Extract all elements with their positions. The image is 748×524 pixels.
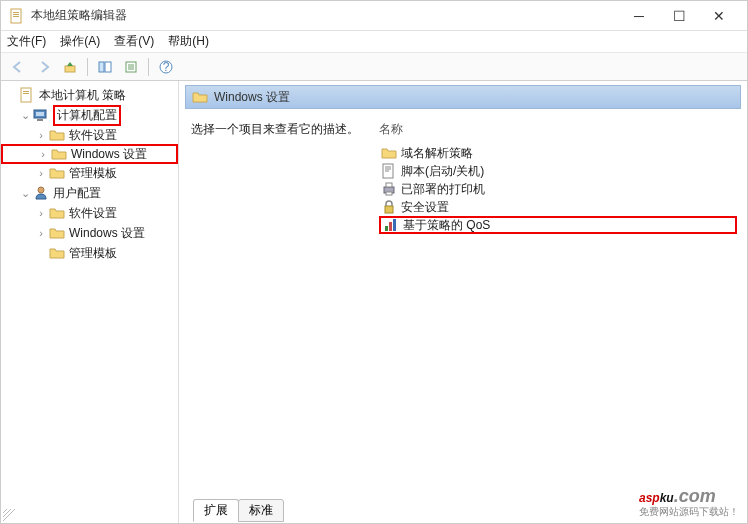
toolbar-separator [148,58,149,76]
forward-button[interactable] [33,56,55,78]
tree-label: Windows 设置 [71,146,147,163]
chart-icon [383,217,399,233]
item-printers[interactable]: 已部署的打印机 [379,180,737,198]
tree-admin-templates[interactable]: › 管理模板 [1,163,178,183]
item-scripts[interactable]: 脚本(启动/关机) [379,162,737,180]
details-header: Windows 设置 [185,85,741,109]
menu-action[interactable]: 操作(A) [60,33,100,50]
policy-icon [19,87,35,103]
close-button[interactable]: ✕ [699,2,739,30]
window-title: 本地组策略编辑器 [31,7,619,24]
watermark-c: .com [674,486,716,506]
tree-label: 用户配置 [53,185,101,202]
computer-icon [33,107,49,123]
tree-user-software-settings[interactable]: › 软件设置 [1,203,178,223]
tree-computer-config[interactable]: ⌄ 计算机配置 [1,105,178,125]
collapse-icon[interactable]: ⌄ [19,187,31,200]
folder-icon [51,146,67,162]
item-label: 域名解析策略 [401,145,473,162]
tree-software-settings[interactable]: › 软件设置 [1,125,178,145]
resize-grip-icon [1,507,17,523]
svg-rect-6 [105,62,111,72]
menu-bar: 文件(F) 操作(A) 查看(V) 帮助(H) [1,31,747,53]
toolbar: ? [1,53,747,81]
svg-rect-19 [386,183,392,187]
folder-icon [49,127,65,143]
maximize-button[interactable]: ☐ [659,2,699,30]
tree-label: 软件设置 [69,205,117,222]
user-icon [33,185,49,201]
description-prompt: 选择一个项目来查看它的描述。 [191,121,369,138]
menu-view[interactable]: 查看(V) [114,33,154,50]
tree-label: 管理模板 [69,245,117,262]
item-label: 脚本(启动/关机) [401,163,484,180]
title-bar: 本地组策略编辑器 ─ ☐ ✕ [1,1,747,31]
svg-rect-2 [13,14,19,15]
back-button[interactable] [7,56,29,78]
svg-rect-5 [99,62,104,72]
tree-user-config[interactable]: ⌄ 用户配置 [1,183,178,203]
expand-icon[interactable]: › [35,167,47,179]
svg-rect-12 [23,93,29,94]
svg-rect-4 [65,66,75,72]
tree-label: 软件设置 [69,127,117,144]
navigation-tree[interactable]: 本地计算机 策略 ⌄ 计算机配置 › 软件设置 › Windows 设置 › 管… [1,81,179,523]
watermark-a: asp [639,491,660,505]
svg-rect-14 [36,112,44,116]
tab-standard[interactable]: 标准 [238,499,284,522]
tab-extended[interactable]: 扩展 [193,499,239,522]
tree-label: 计算机配置 [53,105,121,126]
svg-point-16 [38,187,44,193]
folder-icon [49,205,65,221]
expand-icon[interactable]: › [35,207,47,219]
svg-rect-22 [385,226,388,231]
folder-icon [381,145,397,161]
svg-rect-15 [37,119,43,121]
watermark-b: ku [660,491,674,505]
items-column: 名称 域名解析策略 脚本(启动/关机) 已部署的打印机 安全设置 [375,117,741,495]
svg-rect-23 [389,222,392,231]
svg-rect-20 [386,192,392,195]
column-header-name[interactable]: 名称 [379,121,737,138]
item-label: 已部署的打印机 [401,181,485,198]
app-icon [9,8,25,24]
expand-icon[interactable]: › [37,148,49,160]
expand-icon[interactable]: › [35,227,47,239]
minimize-button[interactable]: ─ [619,2,659,30]
folder-icon [49,165,65,181]
svg-rect-24 [393,219,396,231]
up-button[interactable] [59,56,81,78]
details-title: Windows 设置 [214,89,290,106]
item-dns-policy[interactable]: 域名解析策略 [379,144,737,162]
description-column: 选择一个项目来查看它的描述。 [185,117,375,495]
help-button[interactable]: ? [155,56,177,78]
export-list-button[interactable] [120,56,142,78]
tree-label: 管理模板 [69,165,117,182]
toolbar-separator [87,58,88,76]
watermark: aspku.com 免费网站源码下载站！ [639,478,739,519]
tree-windows-settings[interactable]: › Windows 设置 [1,144,178,164]
tree-label: Windows 设置 [69,225,145,242]
tree-label: 本地计算机 策略 [39,87,126,104]
script-icon [381,163,397,179]
show-hide-tree-button[interactable] [94,56,116,78]
folder-icon [192,89,208,105]
tree-root[interactable]: 本地计算机 策略 [1,85,178,105]
menu-file[interactable]: 文件(F) [7,33,46,50]
svg-rect-10 [21,88,31,102]
item-label: 基于策略的 QoS [403,217,490,234]
svg-rect-11 [23,91,29,92]
menu-help[interactable]: 帮助(H) [168,33,209,50]
item-security[interactable]: 安全设置 [379,198,737,216]
details-pane: Windows 设置 选择一个项目来查看它的描述。 名称 域名解析策略 脚本(启… [179,81,747,523]
collapse-icon[interactable]: ⌄ [19,109,31,122]
svg-rect-1 [13,12,19,13]
expand-icon[interactable]: › [35,129,47,141]
folder-icon [49,245,65,261]
svg-text:?: ? [163,60,170,74]
details-body: 选择一个项目来查看它的描述。 名称 域名解析策略 脚本(启动/关机) 已部署的打… [179,111,747,495]
tree-user-windows-settings[interactable]: › Windows 设置 [1,223,178,243]
printer-icon [381,181,397,197]
item-qos[interactable]: 基于策略的 QoS [379,216,737,234]
tree-user-admin-templates[interactable]: 管理模板 [1,243,178,263]
